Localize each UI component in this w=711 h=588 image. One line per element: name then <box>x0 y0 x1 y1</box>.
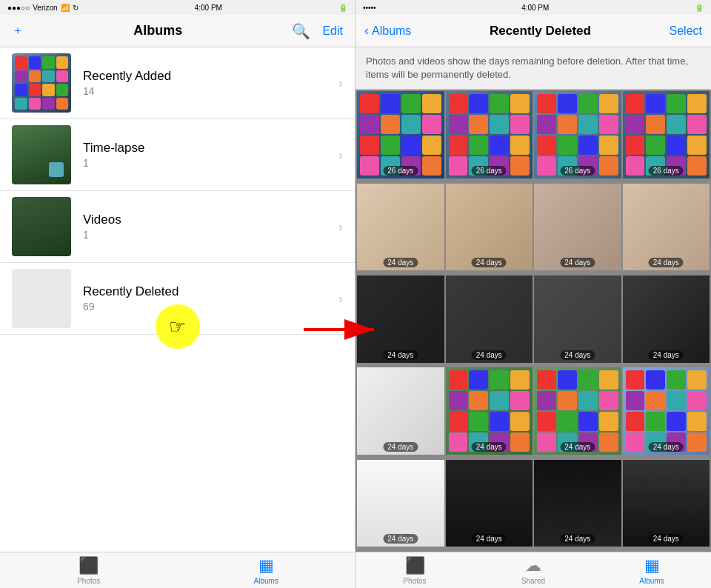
days-badge-8: 24 days <box>649 258 684 267</box>
right-tab-albums[interactable]: ▦ Albums <box>592 556 711 585</box>
album-item-videos[interactable]: Videos 1 › <box>0 191 355 263</box>
right-photos-tab-icon: ⬛ <box>405 556 425 575</box>
days-badge-12: 24 days <box>649 350 684 360</box>
photo-cell-11[interactable]: 24 days <box>534 275 621 363</box>
right-albums-tab-icon: ▦ <box>644 556 660 575</box>
photo-cell-20[interactable]: 24 days <box>623 460 710 547</box>
photo-cell-15[interactable]: 24 days <box>534 367 621 455</box>
days-badge-18: 24 days <box>472 534 507 544</box>
photo-cell-4[interactable]: 26 days <box>623 91 710 178</box>
chevron-icon-2: › <box>338 147 343 163</box>
photo-cell-14[interactable]: 24 days <box>446 367 533 455</box>
days-badge-14: 24 days <box>472 442 507 452</box>
photo-cell-16[interactable]: 24 days <box>623 367 710 455</box>
photo-cell-12[interactable]: 24 days <box>623 275 710 363</box>
album-item-timelapse[interactable]: Time-lapse 1 › <box>0 119 355 191</box>
album-list: Recently Added 14 › Time-lapse 1 › Video… <box>0 47 355 552</box>
photo-cell-8[interactable]: 24 days <box>623 184 710 271</box>
left-navbar: ＋ Albums 🔍 Edit <box>0 15 355 47</box>
right-albums-tab-label: Albums <box>639 577 664 585</box>
right-battery: 🔋 <box>695 4 704 12</box>
photos-tab-label: Photos <box>77 577 100 585</box>
left-tab-bar: ⬛ Photos ▦ Albums <box>0 552 355 588</box>
description-text: Photos and videos show the days remainin… <box>366 56 688 80</box>
days-badge-7: 24 days <box>560 258 595 267</box>
album-info-recently-deleted: Recently Deleted 69 <box>83 284 338 313</box>
album-info-timelapse: Time-lapse 1 <box>83 141 338 169</box>
album-count-recently-added: 14 <box>83 85 338 97</box>
right-navbar: ‹ Albums Recently Deleted Select <box>356 15 711 47</box>
left-status-right: 🔋 <box>338 4 347 12</box>
right-tab-shared[interactable]: ☁ Shared <box>474 556 592 585</box>
right-time: 4:00 PM <box>521 4 549 12</box>
album-thumb-recently-added <box>12 53 71 113</box>
album-item-recently-deleted[interactable]: Recently Deleted 69 › ☞ <box>0 263 355 335</box>
dots-icon: ●●●○○ <box>7 4 30 12</box>
photo-cell-6[interactable]: 24 days <box>446 184 533 271</box>
left-status-time: 4:00 PM <box>195 4 222 12</box>
battery-icon: 🔋 <box>338 4 347 12</box>
days-badge-2: 26 days <box>472 166 507 176</box>
days-badge-20: 24 days <box>649 534 684 544</box>
days-badge-9: 24 days <box>383 350 418 360</box>
right-status-bar: ••••• 4:00 PM 🔋 <box>356 0 711 15</box>
wifi-icon: 📶 <box>61 4 70 12</box>
photo-cell-1[interactable]: 26 days <box>357 91 444 178</box>
days-badge-17: 24 days <box>383 534 418 544</box>
photo-cell-10[interactable]: 24 days <box>446 275 533 363</box>
album-info-recently-added: Recently Added 14 <box>83 69 338 97</box>
back-button[interactable]: ‹ Albums <box>364 23 411 39</box>
album-item-recently-added[interactable]: Recently Added 14 › <box>0 47 355 119</box>
right-photos-tab-label: Photos <box>403 577 426 585</box>
photo-cell-19[interactable]: 24 days <box>534 460 621 547</box>
days-badge-15: 24 days <box>560 442 595 452</box>
photos-tab-icon: ⬛ <box>79 556 99 575</box>
photo-cell-17[interactable]: 24 days <box>357 460 444 547</box>
albums-tab-icon: ▦ <box>258 556 274 575</box>
chevron-icon-4: › <box>338 291 343 307</box>
back-label: Albums <box>372 24 411 38</box>
days-badge-16: 24 days <box>649 442 684 452</box>
photo-cell-3[interactable]: 26 days <box>534 91 621 178</box>
album-name-videos: Videos <box>83 213 338 227</box>
right-tab-photos[interactable]: ⬛ Photos <box>356 556 474 585</box>
left-panel: ●●●○○ Verizon 📶 ↻ 4:00 PM 🔋 ＋ Albums 🔍 E… <box>0 0 356 588</box>
left-status-carrier: ●●●○○ Verizon 📶 ↻ <box>7 4 79 12</box>
days-badge-6: 24 days <box>472 258 507 267</box>
album-name-recently-added: Recently Added <box>83 69 338 84</box>
right-signal: ••••• <box>363 4 376 12</box>
tab-albums[interactable]: ▦ Albums <box>178 556 356 585</box>
add-button[interactable]: ＋ <box>12 23 24 39</box>
right-shared-tab-label: Shared <box>521 577 545 585</box>
days-badge-1: 26 days <box>383 166 418 176</box>
photo-cell-7[interactable]: 24 days <box>534 184 621 271</box>
album-name-timelapse: Time-lapse <box>83 141 338 156</box>
albums-tab-label: Albums <box>254 577 278 585</box>
album-name-recently-deleted: Recently Deleted <box>83 284 338 299</box>
left-navbar-right: 🔍 Edit <box>292 22 343 40</box>
select-button[interactable]: Select <box>670 24 702 38</box>
chevron-icon-3: › <box>338 219 343 235</box>
photo-cell-9[interactable]: 24 days <box>357 275 444 363</box>
edit-button[interactable]: Edit <box>322 24 343 38</box>
days-badge-10: 24 days <box>472 350 507 360</box>
photo-grid: 26 days26 days26 days26 days24 days24 da… <box>356 90 711 552</box>
photo-cell-13[interactable]: 24 days <box>357 367 444 455</box>
album-count-recently-deleted: 69 <box>83 301 338 313</box>
photo-cell-5[interactable]: 24 days <box>357 184 444 271</box>
days-badge-11: 24 days <box>560 350 595 360</box>
album-count-videos: 1 <box>83 229 338 241</box>
days-badge-3: 26 days <box>560 166 595 176</box>
days-badge-4: 26 days <box>649 166 684 176</box>
back-chevron-icon: ‹ <box>364 23 369 39</box>
search-icon[interactable]: 🔍 <box>292 22 310 40</box>
left-status-bar: ●●●○○ Verizon 📶 ↻ 4:00 PM 🔋 <box>0 0 355 15</box>
right-shared-tab-icon: ☁ <box>525 556 541 575</box>
album-thumb-timelapse <box>12 125 71 184</box>
tab-photos[interactable]: ⬛ Photos <box>0 556 178 585</box>
photo-cell-2[interactable]: 26 days <box>446 91 533 178</box>
right-navbar-title: Recently Deleted <box>490 24 591 39</box>
photo-cell-18[interactable]: 24 days <box>446 460 533 547</box>
chevron-icon: › <box>338 76 343 91</box>
refresh-icon: ↻ <box>73 4 79 12</box>
